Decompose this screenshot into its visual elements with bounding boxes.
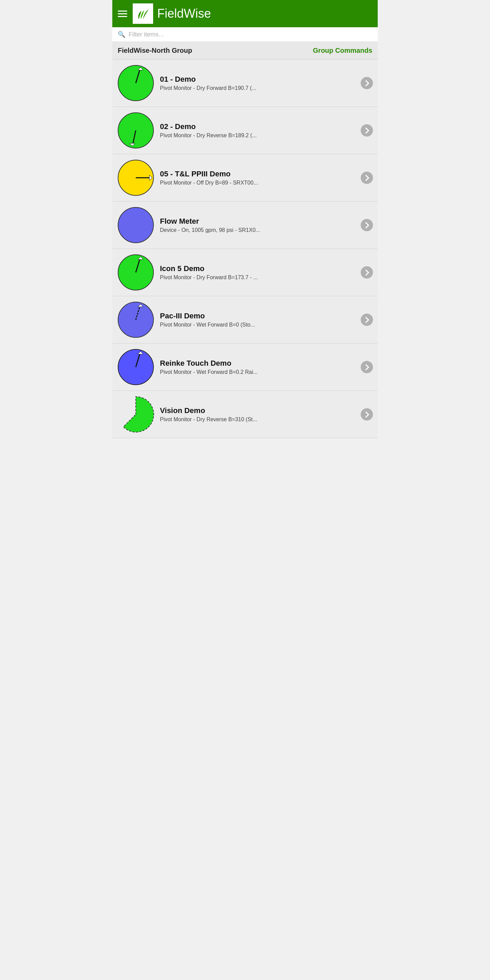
device-status: Pivot Monitor - Off Dry B=89 - SRXT00... xyxy=(160,180,358,186)
device-name: Vision Demo xyxy=(160,406,358,415)
app-header: FieldWise xyxy=(112,0,378,27)
device-status: Pivot Monitor - Dry Forward B=173.7 - ..… xyxy=(160,274,358,281)
device-name: Icon 5 Demo xyxy=(160,264,358,273)
device-item[interactable]: 02 - DemoPivot Monitor - Dry Reverse B=1… xyxy=(112,107,378,154)
chevron-right-icon[interactable] xyxy=(361,408,373,420)
app-title: FieldWise xyxy=(157,6,211,21)
device-item[interactable]: Pac-III DemoPivot Monitor - Wet Forward … xyxy=(112,296,378,344)
device-icon xyxy=(117,64,154,102)
group-commands-button[interactable]: Group Commands xyxy=(313,47,372,54)
device-item[interactable]: Reinke Touch DemoPivot Monitor - Wet For… xyxy=(112,344,378,391)
chevron-right-icon[interactable] xyxy=(361,124,373,137)
chevron-right-icon[interactable] xyxy=(361,77,373,89)
device-item[interactable]: 01 - DemoPivot Monitor - Dry Forward B=1… xyxy=(112,60,378,107)
device-icon xyxy=(117,396,154,433)
device-status: Pivot Monitor - Wet Forward B=0.2 Rai... xyxy=(160,369,358,375)
device-item[interactable]: Vision DemoPivot Monitor - Dry Reverse B… xyxy=(112,391,378,438)
device-info: 02 - DemoPivot Monitor - Dry Reverse B=1… xyxy=(160,122,358,138)
device-status: Device - On, 1005 gpm, 98 psi - SR1X0... xyxy=(160,227,358,233)
device-info: Pac-III DemoPivot Monitor - Wet Forward … xyxy=(160,312,358,328)
device-name: Reinke Touch Demo xyxy=(160,359,358,368)
search-input[interactable] xyxy=(128,31,372,38)
device-info: 05 - T&L PPIII DemoPivot Monitor - Off D… xyxy=(160,170,358,186)
group-name: FieldWise-North Group xyxy=(118,47,192,54)
device-name: 02 - Demo xyxy=(160,122,358,131)
device-name: 01 - Demo xyxy=(160,75,358,84)
device-info: 01 - DemoPivot Monitor - Dry Forward B=1… xyxy=(160,75,358,91)
device-name: 05 - T&L PPIII Demo xyxy=(160,170,358,178)
svg-point-10 xyxy=(118,207,154,243)
device-icon xyxy=(117,112,154,149)
device-icon xyxy=(117,348,154,386)
device-item[interactable]: 05 - T&L PPIII DemoPivot Monitor - Off D… xyxy=(112,154,378,202)
device-icon xyxy=(117,159,154,196)
device-info: Reinke Touch DemoPivot Monitor - Wet For… xyxy=(160,359,358,375)
device-name: Flow Meter xyxy=(160,217,358,226)
device-item[interactable]: Flow MeterDevice - On, 1005 gpm, 98 psi … xyxy=(112,202,378,249)
device-status: Pivot Monitor - Dry Forward B=190.7 (... xyxy=(160,85,358,91)
chevron-right-icon[interactable] xyxy=(361,172,373,184)
group-header: FieldWise-North Group Group Commands xyxy=(112,42,378,60)
device-item[interactable]: Icon 5 DemoPivot Monitor - Dry Forward B… xyxy=(112,249,378,296)
chevron-right-icon[interactable] xyxy=(361,219,373,231)
search-icon: 🔍 xyxy=(118,31,125,38)
device-name: Pac-III Demo xyxy=(160,312,358,320)
device-info: Icon 5 DemoPivot Monitor - Dry Forward B… xyxy=(160,264,358,281)
chevron-right-icon[interactable] xyxy=(361,313,373,326)
device-info: Vision DemoPivot Monitor - Dry Reverse B… xyxy=(160,406,358,423)
chevron-right-icon[interactable] xyxy=(361,266,373,278)
search-bar: 🔍 xyxy=(112,27,378,42)
app-logo xyxy=(133,3,153,24)
chevron-right-icon[interactable] xyxy=(361,361,373,373)
menu-button[interactable] xyxy=(118,11,127,17)
device-status: Pivot Monitor - Wet Forward B=0 (Sto... xyxy=(160,322,358,328)
device-status: Pivot Monitor - Dry Reverse B=189.2 (... xyxy=(160,132,358,138)
device-status: Pivot Monitor - Dry Reverse B=310 (St... xyxy=(160,417,358,423)
device-icon xyxy=(117,301,154,339)
device-icon xyxy=(117,206,154,244)
device-list: 01 - DemoPivot Monitor - Dry Forward B=1… xyxy=(112,60,378,438)
device-info: Flow MeterDevice - On, 1005 gpm, 98 psi … xyxy=(160,217,358,233)
device-icon xyxy=(117,254,154,291)
